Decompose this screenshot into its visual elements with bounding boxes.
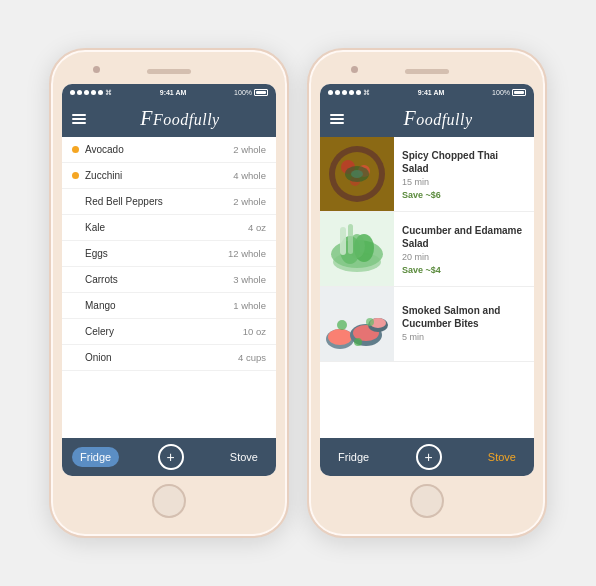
- svg-rect-14: [340, 227, 346, 255]
- list-item[interactable]: Onion 4 cups: [62, 345, 276, 371]
- phone-bottom-left: [57, 484, 281, 518]
- scene: ⌘ 9:41 AM 100% FFoodfully: [29, 28, 567, 558]
- camera-right: [351, 66, 358, 73]
- app-logo-left: FFoodfully: [94, 107, 266, 130]
- recipe-image-1: [320, 137, 394, 211]
- recipe-card-3[interactable]: Smoked Salmon and Cucumber Bites 5 min: [320, 287, 534, 362]
- stove-tab-right[interactable]: Stove: [480, 447, 524, 467]
- hamburger-line: [330, 118, 344, 120]
- signal-dot: [91, 90, 96, 95]
- signal-dot: [84, 90, 89, 95]
- home-button-left[interactable]: [152, 484, 186, 518]
- item-name: Mango: [85, 300, 233, 311]
- signal-dot: [98, 90, 103, 95]
- thai-salad-svg: [320, 137, 394, 211]
- item-dot: [72, 198, 79, 205]
- item-qty: 4 cups: [238, 352, 266, 363]
- svg-point-24: [366, 318, 374, 326]
- phone-right: ⌘ 9:41 AM 100% Foodfully: [307, 48, 547, 538]
- item-name: Avocado: [85, 144, 233, 155]
- add-button-left[interactable]: +: [158, 444, 184, 470]
- signal-dots-left: ⌘: [70, 89, 112, 97]
- home-button-right[interactable]: [410, 484, 444, 518]
- recipe-list: Spicy Chopped Thai Salad 15 min Save ~$6: [320, 137, 534, 438]
- camera-left: [93, 66, 100, 73]
- battery-fill-left: [256, 91, 266, 94]
- app-logo-right: Foodfully: [352, 107, 524, 130]
- battery-icon-right: [512, 89, 526, 96]
- item-qty: 2 whole: [233, 144, 266, 155]
- svg-point-18: [328, 329, 352, 345]
- item-dot: [72, 276, 79, 283]
- svg-point-7: [351, 170, 363, 178]
- signal-dot: [70, 90, 75, 95]
- app-header-left: FFoodfully: [62, 100, 276, 137]
- hamburger-line: [72, 118, 86, 120]
- app-header-right: Foodfully: [320, 100, 534, 137]
- bottom-nav-left: Fridge + Stove: [62, 438, 276, 476]
- phone-bottom-right: [315, 484, 539, 518]
- item-name: Onion: [85, 352, 238, 363]
- hamburger-line: [330, 122, 344, 124]
- list-item[interactable]: Avocado 2 whole: [62, 137, 276, 163]
- recipe-time-1: 15 min: [402, 177, 526, 187]
- grocery-list: Avocado 2 whole Zucchini 4 whole Red Bel…: [62, 137, 276, 438]
- fridge-tab-right[interactable]: Fridge: [330, 447, 377, 467]
- list-item[interactable]: Mango 1 whole: [62, 293, 276, 319]
- item-name: Zucchini: [85, 170, 233, 181]
- recipe-title-3: Smoked Salmon and Cucumber Bites: [402, 304, 526, 330]
- recipe-save-2: Save ~$4: [402, 265, 526, 275]
- list-item[interactable]: Red Bell Peppers 2 whole: [62, 189, 276, 215]
- item-dot: [72, 224, 79, 231]
- recipe-card-2[interactable]: Cucumber and Edamame Salad 20 min Save ~…: [320, 212, 534, 287]
- item-name: Carrots: [85, 274, 233, 285]
- signal-dot: [356, 90, 361, 95]
- recipe-info-3: Smoked Salmon and Cucumber Bites 5 min: [394, 287, 534, 361]
- status-time-right: 9:41 AM: [418, 89, 445, 96]
- signal-dot: [342, 90, 347, 95]
- battery-right: 100%: [492, 89, 526, 96]
- speaker-left: [147, 69, 191, 74]
- item-qty: 2 whole: [233, 196, 266, 207]
- hamburger-line: [330, 114, 344, 116]
- screen-right: ⌘ 9:41 AM 100% Foodfully: [320, 84, 534, 476]
- item-dot: [72, 354, 79, 361]
- recipe-card-1[interactable]: Spicy Chopped Thai Salad 15 min Save ~$6: [320, 137, 534, 212]
- hamburger-line: [72, 114, 86, 116]
- item-dot: [72, 146, 79, 153]
- phone-top-left: [57, 62, 281, 80]
- list-item[interactable]: Kale 4 oz: [62, 215, 276, 241]
- add-button-right[interactable]: +: [416, 444, 442, 470]
- recipe-time-3: 5 min: [402, 332, 526, 342]
- hamburger-menu-right[interactable]: [330, 114, 344, 124]
- item-name: Red Bell Peppers: [85, 196, 233, 207]
- status-bar-left: ⌘ 9:41 AM 100%: [62, 84, 276, 100]
- signal-dots-right: ⌘: [328, 89, 370, 97]
- signal-dot: [77, 90, 82, 95]
- recipe-title-1: Spicy Chopped Thai Salad: [402, 149, 526, 175]
- salmon-svg: [320, 287, 394, 361]
- stove-tab-left[interactable]: Stove: [222, 447, 266, 467]
- list-item[interactable]: Celery 10 oz: [62, 319, 276, 345]
- list-item[interactable]: Eggs 12 whole: [62, 241, 276, 267]
- recipe-image-3: [320, 287, 394, 361]
- battery-icon-left: [254, 89, 268, 96]
- item-dot: [72, 250, 79, 257]
- signal-dot: [335, 90, 340, 95]
- recipe-info-1: Spicy Chopped Thai Salad 15 min Save ~$6: [394, 137, 534, 211]
- item-qty: 4 oz: [248, 222, 266, 233]
- recipe-image-2: [320, 212, 394, 286]
- wifi-icon-left: ⌘: [105, 89, 112, 97]
- list-item[interactable]: Zucchini 4 whole: [62, 163, 276, 189]
- battery-fill-right: [514, 91, 524, 94]
- bottom-nav-right: Fridge + Stove: [320, 438, 534, 476]
- item-qty: 1 whole: [233, 300, 266, 311]
- item-dot: [72, 172, 79, 179]
- hamburger-menu-left[interactable]: [72, 114, 86, 124]
- list-item[interactable]: Carrots 3 whole: [62, 267, 276, 293]
- recipe-save-1: Save ~$6: [402, 190, 526, 200]
- recipe-title-2: Cucumber and Edamame Salad: [402, 224, 526, 250]
- fridge-tab-left[interactable]: Fridge: [72, 447, 119, 467]
- edamame-svg: [320, 212, 394, 286]
- status-bar-right: ⌘ 9:41 AM 100%: [320, 84, 534, 100]
